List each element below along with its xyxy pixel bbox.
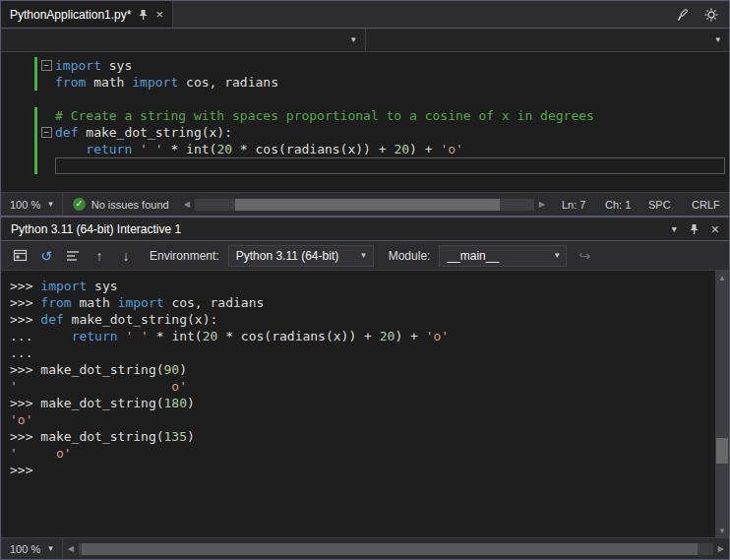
token-pl: * cos(radians(x)) + xyxy=(232,142,394,156)
token-num: 20 xyxy=(203,329,218,343)
interactive-window-title: Python 3.11 (64-bit) Interactive 1 xyxy=(11,222,181,236)
token-str: ' ' xyxy=(125,329,148,343)
token-kw: def xyxy=(55,125,78,140)
issues-indicator[interactable]: ✓ No issues found xyxy=(63,198,179,211)
module-dropdown[interactable]: __main__ ▾ xyxy=(439,245,567,267)
environment-dropdown[interactable]: Python 3.11 (64-bit) ▾ xyxy=(228,245,374,267)
token-pl: sys xyxy=(101,58,132,73)
environment-label: Environment: xyxy=(150,249,219,263)
repl-line: >>> def make_dot_string(x): xyxy=(10,311,715,328)
token-pr: >>> xyxy=(10,463,40,477)
close-icon[interactable]: × xyxy=(155,8,163,21)
token-pl: cos, radians xyxy=(164,295,265,310)
token-kw: import xyxy=(132,75,178,90)
token-pl xyxy=(40,329,71,343)
scroll-down-icon[interactable]: ▼ xyxy=(715,524,729,537)
tab-pythonapplication1[interactable]: PythonApplication1.py* × xyxy=(1,1,173,28)
pin-icon[interactable] xyxy=(138,9,149,21)
token-pr: ... xyxy=(10,329,40,343)
gear-icon[interactable] xyxy=(703,7,719,23)
token-pl: ) + xyxy=(395,329,425,343)
code-line-text: import sys xyxy=(55,57,729,74)
editor-horizontal-scrollbar[interactable]: ◀ ▶ xyxy=(179,193,550,216)
interactive-zoom-dropdown[interactable]: 100 % ▾ xyxy=(1,538,63,559)
code-line: −def make_dot_string(x): xyxy=(1,124,729,141)
line-indicator: Ln: 7 xyxy=(550,199,593,211)
token-pr: >>> xyxy=(10,362,40,377)
environments-icon[interactable] xyxy=(11,247,29,265)
scrollbar-thumb[interactable] xyxy=(235,199,500,211)
token-pl: make_dot_string(x): xyxy=(78,125,232,140)
caret-position-group: Ln: 7 Ch: 1 SPC CRLF xyxy=(550,199,729,211)
token-num: 20 xyxy=(216,142,232,156)
interactive-window-title-bar[interactable]: Python 3.11 (64-bit) Interactive 1 ▾ × xyxy=(1,216,729,241)
clear-all-icon[interactable] xyxy=(64,247,82,265)
scrollbar-thumb[interactable] xyxy=(82,543,698,555)
token-kw: return xyxy=(72,329,118,343)
token-kw: import xyxy=(40,279,87,293)
token-pl: * cos(radians(x)) + xyxy=(217,329,379,343)
token-pl: ) xyxy=(187,429,195,444)
column-indicator: Ch: 1 xyxy=(593,199,637,211)
token-pl: cos, radians xyxy=(178,75,278,90)
editor-code: −import sysfrom math import cos, radians… xyxy=(1,57,729,174)
project-dropdown[interactable]: ▾ xyxy=(1,29,366,51)
token-str: 'o' xyxy=(10,412,32,427)
fold-spacer xyxy=(37,107,55,124)
code-line-text xyxy=(55,157,725,174)
chevron-down-icon: ▾ xyxy=(48,544,53,553)
token-str: ' ' xyxy=(140,142,162,156)
pin-icon[interactable] xyxy=(689,223,700,235)
tools-icon[interactable] xyxy=(676,7,692,23)
scroll-left-icon[interactable]: ◀ xyxy=(63,544,79,553)
window-position-menu-icon[interactable]: ▾ xyxy=(672,224,677,233)
visual-studio-window: PythonApplication1.py* × xyxy=(0,0,730,560)
interactive-horizontal-scrollbar[interactable]: ◀ ▶ xyxy=(63,538,729,559)
module-value: __main__ xyxy=(447,249,499,263)
code-line xyxy=(1,157,729,174)
code-editor[interactable]: −import sysfrom math import cos, radians… xyxy=(1,52,729,192)
token-num: 135 xyxy=(164,429,187,444)
token-pl: make_dot_string( xyxy=(40,396,163,410)
code-line-text: def make_dot_string(x): xyxy=(55,124,729,141)
token-pl xyxy=(55,142,86,156)
scroll-left-icon[interactable]: ◀ xyxy=(179,200,195,209)
repl-line: >>> make_dot_string(90) xyxy=(10,361,715,378)
repl-line: ' o' xyxy=(10,445,715,462)
fold-spacer xyxy=(37,157,55,174)
close-icon[interactable]: × xyxy=(711,222,719,236)
code-line-text: # Create a string with spaces proportion… xyxy=(55,107,729,124)
chevron-down-icon: ▾ xyxy=(555,251,560,260)
scrollbar-track[interactable] xyxy=(715,284,729,524)
member-dropdown[interactable]: ▾ xyxy=(366,29,730,51)
scroll-up-icon[interactable]: ▲ xyxy=(715,271,729,284)
token-pr: >>> xyxy=(10,396,40,410)
scroll-right-icon[interactable]: ▶ xyxy=(534,200,550,209)
scroll-right-icon[interactable]: ▶ xyxy=(713,544,729,553)
chevron-down-icon: ▾ xyxy=(351,35,356,44)
token-pl xyxy=(132,142,140,156)
scrollbar-track[interactable] xyxy=(79,543,713,555)
repl-line: 'o' xyxy=(10,411,715,428)
editor-navigation-bar: ▾ ▾ xyxy=(1,29,729,52)
token-kw: from xyxy=(55,75,86,90)
token-kw: def xyxy=(40,312,63,327)
chevron-down-icon: ▾ xyxy=(715,35,720,44)
token-kw: import xyxy=(55,58,101,73)
repl-line: >>> make_dot_string(180) xyxy=(10,395,715,411)
reset-icon[interactable]: ↺ xyxy=(37,247,55,265)
editor-zoom-dropdown[interactable]: 100 % ▾ xyxy=(1,193,63,216)
redo-icon[interactable]: ↪ xyxy=(576,247,593,265)
token-pr: ... xyxy=(10,345,40,360)
interactive-repl[interactable]: >>> import sys>>> from math import cos, … xyxy=(1,271,715,537)
scrollbar-track[interactable] xyxy=(195,199,534,211)
history-previous-icon[interactable]: ↑ xyxy=(91,247,108,265)
fold-collapse-icon[interactable]: − xyxy=(37,124,55,141)
token-num: 20 xyxy=(394,142,409,156)
scrollbar-thumb[interactable] xyxy=(716,438,728,465)
interactive-vertical-scrollbar[interactable]: ▲ ▼ xyxy=(715,271,729,537)
fold-collapse-icon[interactable]: − xyxy=(37,57,55,74)
token-pl: * int( xyxy=(149,329,203,343)
token-pl: ) + xyxy=(409,142,440,156)
history-next-icon[interactable]: ↓ xyxy=(117,247,135,265)
